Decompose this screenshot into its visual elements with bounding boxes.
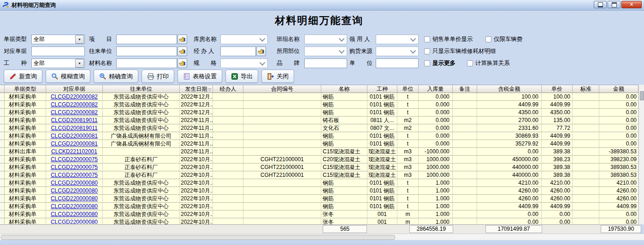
brand-input[interactable] [304,58,347,68]
column-header[interactable]: 备注 [453,85,477,93]
row-selector[interactable] [0,218,5,224]
material-name-input[interactable] [116,58,177,68]
table-row[interactable]: 材料出库单CLCKD2211020012022年11月...C15现浇混凝土现浇… [0,148,638,156]
project-picker-button[interactable] [177,35,187,44]
doc-link[interactable]: CLCGD220000082 [51,101,98,108]
doc-link[interactable]: CLCGD200819011 [51,117,97,123]
doc-link[interactable]: CLCGD220000080 [51,219,98,224]
column-header[interactable]: 含税金额 [477,85,542,93]
column-header[interactable]: 往来单位 [103,85,180,93]
column-header[interactable]: 入库量 [419,85,453,93]
table-row[interactable]: 材料采购单CLCGD220000080东营远成物资供应中心2022年10月...… [0,187,638,195]
table-row[interactable]: 材料采购单CLCGD220000082东营远成物资供应中心2022年12月...… [0,109,638,117]
doc-link[interactable]: CLCGD220000080 [51,187,98,194]
spec-dropdown[interactable] [220,58,268,68]
project-input[interactable] [116,35,177,44]
table-row[interactable]: 材料采购单CLCGD220000082东营远成物资供应中心2022年12月...… [0,101,638,109]
doc-link[interactable]: CLCGD220000080 [51,180,98,186]
row-selector[interactable] [0,187,5,195]
counterparty-picker-button[interactable] [177,47,187,56]
row-selector[interactable] [0,132,5,140]
table-row[interactable]: 材料采购单CLCGD220000080东营远成物资供应中心2022年10月...… [0,218,638,224]
row-selector[interactable] [0,195,5,203]
table-row[interactable]: 材料采购单CLCGD220000082东营远成物资供应中心2022年12月...… [0,93,638,101]
doc-link[interactable]: CLCGD220000075 [51,164,98,170]
vertical-scrollbar-thumb[interactable] [640,91,644,100]
used-part-dropdown[interactable] [304,47,347,56]
doc-link[interactable]: CLCGD220000075 [51,156,98,163]
horizontal-scrollbar-thumb[interactable] [1,235,395,240]
work-type-combo[interactable]: 全部 ▼ [31,58,85,68]
doc-link[interactable]: CLCGD220000080 [51,195,98,202]
column-header[interactable]: 对应单据 [46,85,103,93]
column-header[interactable]: 名称 [321,85,367,93]
table-row[interactable]: 材料采购单CLCGD200819011东营远成物资供应中心2022年11月...… [0,117,638,124]
checkbox-calc-conversion[interactable]: 计算换算关系 [467,58,510,68]
exact-query-button[interactable]: 精确查询 [94,70,138,83]
material-picker-button[interactable] [177,58,187,68]
counterparty-input[interactable] [116,47,177,56]
recipient-dropdown[interactable] [376,35,419,44]
table-row[interactable]: 材料采购单CLCGD220000075正泰砂石料厂2022年10月...CGHT… [0,156,638,163]
column-header[interactable]: 合同编号 [243,85,321,93]
row-selector[interactable] [0,109,5,117]
column-header[interactable]: 金额 [599,85,638,93]
select-all-corner[interactable] [0,85,5,93]
row-selector[interactable] [0,203,5,210]
export-button[interactable]: 导出 [225,70,258,83]
column-header[interactable]: 工种 [367,85,397,93]
handler-input[interactable] [220,47,256,56]
doc-link[interactable]: CLCGD220000080 [51,203,98,210]
table-row[interactable]: 材料采购单CLCGD220000080东营远成物资供应中心2022年10月...… [0,195,638,203]
close-button[interactable]: × [621,1,642,8]
combo-arrow-icon[interactable]: ▼ [75,59,84,68]
checkbox-vehicle-fee-only[interactable]: 仅限车辆费 [485,35,523,44]
table-row[interactable]: 材料采购单CLCGD220000080东营远成物资供应中心2022年10月...… [0,179,638,187]
table-row[interactable]: 材料采购单CLCGD200819011东营远成物资供应中心2022年11月...… [0,124,638,132]
checkbox-vehicle-maintenance-only[interactable]: 只显示车辆维修耗材明细 [424,47,496,56]
column-header[interactable]: 单价 [542,85,573,93]
combo-arrow-icon[interactable]: ▼ [75,35,84,44]
doc-link[interactable]: CLCGD220000082 [51,93,98,100]
row-selector[interactable] [0,93,5,101]
row-selector[interactable] [0,148,5,156]
row-selector[interactable] [0,179,5,187]
doc-link[interactable]: CLCGD220000082 [51,109,98,116]
warehouse-dropdown[interactable] [220,35,268,44]
new-query-button[interactable]: 新查询 [4,70,42,83]
table-row[interactable]: 材料采购单CLCGD220000080东营远成物资供应中心2022年10月...… [0,210,638,218]
doc-link[interactable]: CLCGD220000081 [51,133,98,139]
close-form-button[interactable]: 关闭 [261,70,294,83]
table-row[interactable]: 材料采购单CLCGD220000075正泰砂石料厂2022年10月...CGHT… [0,171,638,179]
doc-link[interactable]: CLCKD221102001 [51,148,97,155]
row-selector[interactable] [0,163,5,171]
row-selector[interactable] [0,101,5,109]
checkbox-show-more[interactable]: 显示更多 [424,58,455,68]
table-row[interactable]: 材料采购单CLCGD220000081广饶县成禹钢材有限公司2022年11月..… [0,140,638,148]
column-header[interactable]: 单位 [397,85,419,93]
related-doc-input[interactable] [31,47,85,56]
fuzzy-query-button[interactable]: 模糊查询 [46,70,90,83]
maximize-button[interactable] [608,1,620,8]
doc-link[interactable]: CLCGD220000081 [51,140,98,147]
handler-picker-button[interactable] [256,47,266,56]
column-header[interactable]: 标准 [573,85,599,93]
row-selector[interactable] [0,156,5,163]
row-selector[interactable] [0,210,5,218]
doc-type-combo[interactable]: 全部 ▼ [31,35,85,44]
row-selector[interactable] [0,117,5,124]
team-dropdown[interactable] [304,35,347,44]
table-settings-button[interactable]: 表格设置 [177,70,222,83]
purchase-source-dropdown[interactable] [376,47,419,56]
vertical-scrollbar[interactable] [638,85,644,224]
column-header[interactable]: 经办人 [213,85,243,93]
doc-link[interactable]: CLCGD220000075 [51,172,98,178]
row-selector[interactable] [0,140,5,148]
checkbox-sales-price-display[interactable]: 销售单单价显示 [424,35,473,44]
table-row[interactable]: 材料采购单CLCGD220000080东营远成物资供应中心2022年10月...… [0,203,638,210]
minimize-button[interactable] [594,1,607,8]
table-row[interactable]: 材料采购单CLCGD220000075正泰砂石料厂2022年10月...CGHT… [0,163,638,171]
doc-link[interactable]: CLCGD200819011 [51,125,97,131]
unit-input[interactable] [376,58,419,68]
row-selector[interactable] [0,124,5,132]
